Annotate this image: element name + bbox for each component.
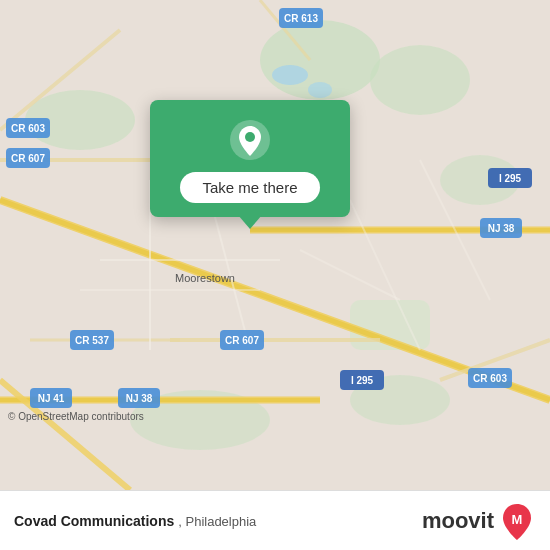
moovit-icon: M [498, 502, 536, 540]
svg-point-54 [245, 132, 255, 142]
location-card: Take me there [150, 100, 350, 217]
moovit-logo: moovit M [422, 502, 536, 540]
bottom-bar: Covad Communications , Philadelphia moov… [0, 490, 550, 550]
svg-point-9 [308, 82, 332, 98]
svg-text:CR 603: CR 603 [11, 123, 45, 134]
location-pin-icon [228, 118, 272, 162]
osm-credit: © OpenStreetMap contributors [8, 411, 144, 422]
svg-text:CR 607: CR 607 [11, 153, 45, 164]
svg-text:CR 607: CR 607 [225, 335, 259, 346]
take-me-there-button[interactable]: Take me there [180, 172, 319, 203]
location-city: , Philadelphia [178, 514, 256, 529]
svg-text:CR 613: CR 613 [284, 13, 318, 24]
svg-text:Moorestown: Moorestown [175, 272, 235, 284]
svg-text:M: M [512, 512, 523, 527]
svg-text:I 295: I 295 [499, 173, 522, 184]
svg-point-2 [370, 45, 470, 115]
svg-text:NJ 41: NJ 41 [38, 393, 65, 404]
svg-text:CR 603: CR 603 [473, 373, 507, 384]
svg-text:NJ 38: NJ 38 [126, 393, 153, 404]
map-container: CR 613 CR 603 CR 607 NJ 38 I 295 CR 537 … [0, 0, 550, 490]
moovit-text-label: moovit [422, 508, 494, 534]
location-info: Covad Communications , Philadelphia [14, 513, 256, 529]
svg-text:I 295: I 295 [351, 375, 374, 386]
svg-text:CR 537: CR 537 [75, 335, 109, 346]
location-name: Covad Communications [14, 513, 174, 529]
svg-point-8 [272, 65, 308, 85]
svg-text:NJ 38: NJ 38 [488, 223, 515, 234]
